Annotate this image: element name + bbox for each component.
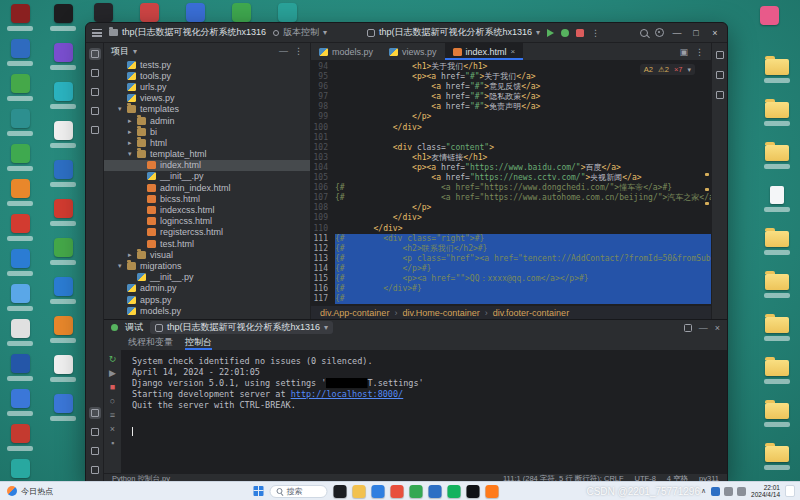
- desktop-icon[interactable]: [48, 160, 78, 187]
- code-line[interactable]: 109 </div>: [311, 213, 711, 223]
- code-line[interactable]: 110 </div>: [311, 224, 711, 234]
- tool-icon[interactable]: [89, 67, 101, 79]
- tool-icon[interactable]: [89, 407, 101, 419]
- editor-tab[interactable]: views.py: [381, 43, 445, 60]
- taskbar-app-icon[interactable]: [429, 485, 442, 498]
- chevron-down-icon[interactable]: ▾: [133, 47, 137, 56]
- taskbar-app-icon[interactable]: [467, 485, 480, 498]
- debug-action-icon[interactable]: ▶: [109, 368, 116, 378]
- desktop-icon[interactable]: [48, 199, 78, 226]
- desktop-icon[interactable]: [5, 354, 35, 381]
- tool-icon[interactable]: [714, 89, 726, 101]
- debug-action-icon[interactable]: ○: [110, 396, 115, 406]
- maximize-button[interactable]: □: [690, 28, 702, 38]
- debug-action-icon[interactable]: ■: [110, 382, 115, 392]
- code-line[interactable]: 96 <a href="#">意见反馈</a>: [311, 82, 711, 92]
- code-line[interactable]: 101: [311, 133, 711, 143]
- tree-item[interactable]: __init__.py: [104, 171, 310, 182]
- debug-button[interactable]: [561, 29, 569, 37]
- desktop-icon[interactable]: [5, 214, 35, 241]
- tree-item[interactable]: bicss.html: [104, 193, 310, 204]
- desktop-icon[interactable]: [5, 144, 35, 171]
- taskbar-app-icon[interactable]: [391, 485, 404, 498]
- desktop-icon[interactable]: [5, 319, 35, 346]
- tree-item[interactable]: ▸ bi: [104, 126, 310, 137]
- tree-item[interactable]: admin_index.html: [104, 182, 310, 193]
- desktop-icon[interactable]: [762, 314, 792, 341]
- code-line[interactable]: 97 <a href="#">隐私政策</a>: [311, 92, 711, 102]
- desktop-icon[interactable]: [5, 284, 35, 311]
- tree-item[interactable]: ▸ html: [104, 137, 310, 148]
- tray-expand-icon[interactable]: ∧: [701, 487, 706, 495]
- more-tabs-icon[interactable]: ⋮: [695, 47, 704, 57]
- code-line[interactable]: 98 <a href="#">免责声明</a>: [311, 102, 711, 112]
- taskbar-app-icon[interactable]: [372, 485, 385, 498]
- desktop-icon[interactable]: [48, 277, 78, 304]
- more-actions-icon[interactable]: ⋮: [591, 28, 600, 38]
- desktop-icon[interactable]: [48, 4, 78, 31]
- taskbar-app-icon[interactable]: [334, 485, 347, 498]
- breadcrumb-item[interactable]: div.Home-container: [402, 308, 479, 318]
- desktop-icon[interactable]: [762, 185, 792, 212]
- code-line[interactable]: 100 </div>: [311, 123, 711, 133]
- taskbar-search[interactable]: 搜索: [270, 485, 328, 498]
- tray-icon[interactable]: [711, 487, 720, 496]
- tree-item[interactable]: test.html: [104, 238, 310, 249]
- tree-item[interactable]: __init__.py: [104, 272, 310, 283]
- inspections-widget[interactable]: A2 ⚠2 ×7 ▾: [640, 64, 695, 75]
- split-editor-icon[interactable]: ▣: [679, 47, 688, 57]
- editor-scrollbar[interactable]: [703, 62, 710, 304]
- hide-panel-icon[interactable]: —: [699, 323, 708, 333]
- tray-icon[interactable]: [724, 487, 733, 496]
- desktop-icon[interactable]: [5, 74, 35, 101]
- desktop-icon[interactable]: [5, 179, 35, 206]
- code-line[interactable]: 105 <a href="https://news.cctv.com/">央视新…: [311, 173, 711, 183]
- run-button[interactable]: [547, 29, 554, 37]
- debug-action-icon[interactable]: ↻: [109, 354, 117, 364]
- desktop-icon[interactable]: [48, 316, 78, 343]
- tree-item[interactable]: admin.py: [104, 283, 310, 294]
- project-widget[interactable]: thp(日志数据可视化分析系统hx1316: [109, 26, 266, 39]
- desktop-icon[interactable]: [762, 443, 792, 470]
- desktop-icon[interactable]: [5, 39, 35, 66]
- debug-action-icon[interactable]: ≡: [110, 410, 115, 420]
- tree-item[interactable]: ▸ admin: [104, 115, 310, 126]
- tree-item[interactable]: apps.py: [104, 294, 310, 305]
- minimize-button[interactable]: —: [671, 28, 683, 38]
- desktop-icon[interactable]: [5, 424, 35, 451]
- desktop-icon[interactable]: [48, 394, 78, 421]
- tree-item[interactable]: indexcss.html: [104, 204, 310, 215]
- editor-tab[interactable]: index.html ×: [445, 43, 524, 60]
- debug-console[interactable]: System check identified no issues (0 sil…: [122, 350, 727, 473]
- tool-icon[interactable]: [89, 426, 101, 438]
- tree-item[interactable]: ▾ templates: [104, 104, 310, 115]
- stop-button[interactable]: [576, 29, 584, 37]
- taskbar-app-icon[interactable]: [410, 485, 423, 498]
- editor-tab[interactable]: models.py: [311, 43, 381, 60]
- tree-item[interactable]: tests.py: [104, 59, 310, 70]
- code-line[interactable]: 99 </p>: [311, 112, 711, 122]
- tree-item[interactable]: tools.py: [104, 70, 310, 81]
- tool-icon[interactable]: [89, 445, 101, 457]
- breadcrumb-item[interactable]: div.App-container: [320, 308, 389, 318]
- desktop-icon[interactable]: [762, 400, 792, 427]
- main-menu-icon[interactable]: [92, 29, 102, 37]
- close-panel-icon[interactable]: ×: [715, 323, 720, 333]
- code-line[interactable]: 115{# <p><a href="">QQ：xxxx@qq.com</a></…: [311, 274, 711, 284]
- vcs-widget[interactable]: 版本控制 ▾: [273, 26, 327, 39]
- tool-icon[interactable]: [714, 49, 726, 61]
- desktop-icon[interactable]: [762, 56, 792, 83]
- debug-action-icon[interactable]: ▪: [111, 438, 114, 448]
- tray-icon[interactable]: [737, 487, 746, 496]
- taskbar-app-icon[interactable]: [448, 485, 461, 498]
- collapse-all-icon[interactable]: —: [279, 46, 288, 56]
- code-line[interactable]: 106{# <a href="https://www.dongchedi.com…: [311, 183, 711, 193]
- tree-item[interactable]: ▾ migrations: [104, 260, 310, 271]
- code-line[interactable]: 116{# </div>#}: [311, 284, 711, 294]
- desktop-icon[interactable]: [226, 3, 256, 22]
- code-line[interactable]: 104 <p><a href="https://www.baidu.com/">…: [311, 163, 711, 173]
- tree-item[interactable]: logincss.html: [104, 216, 310, 227]
- code-line[interactable]: 102 <div class="content">: [311, 143, 711, 153]
- code-line[interactable]: 108 </p>: [311, 203, 711, 213]
- tool-icon[interactable]: [89, 105, 101, 117]
